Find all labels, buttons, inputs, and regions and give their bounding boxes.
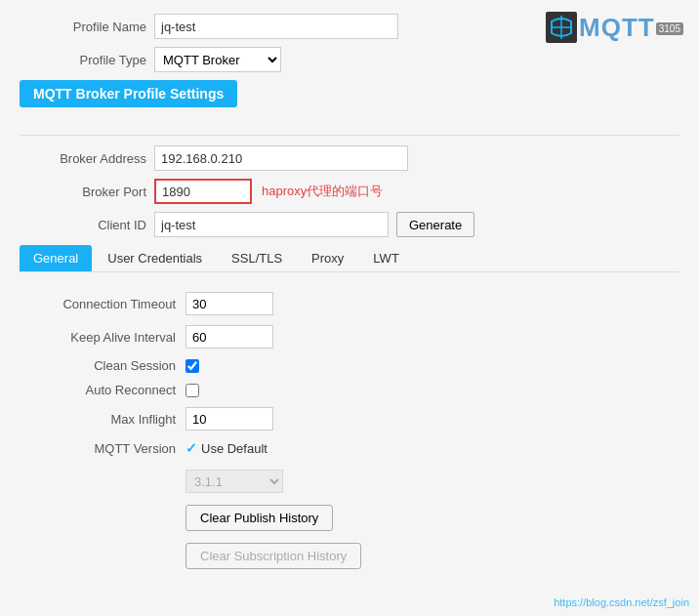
mqtt-version-row: MQTT Version ✓ Use Default [20, 440, 679, 456]
clear-subscription-button[interactable]: Clear Subscription History [185, 543, 361, 569]
connection-timeout-input[interactable] [185, 292, 273, 315]
client-id-row: Client ID Generate [20, 212, 679, 237]
general-settings: Connection Timeout Keep Alive Interval C… [20, 288, 679, 569]
mqtt-logo: MQTT 3105 [546, 12, 683, 43]
clear-publish-row: Clear Publish History [20, 503, 679, 531]
mqtt-version-controls: ✓ Use Default [185, 440, 267, 456]
clean-session-checkbox[interactable] [185, 359, 199, 373]
clean-session-row: Clean Session [20, 358, 679, 373]
keep-alive-label: Keep Alive Interval [20, 330, 176, 345]
profile-name-input[interactable] [154, 14, 398, 39]
auto-reconnect-label: Auto Reconnect [20, 383, 176, 397]
generate-button[interactable]: Generate [396, 212, 474, 237]
tab-general[interactable]: General [20, 245, 92, 271]
max-inflight-label: Max Inflight [20, 412, 176, 427]
client-id-input[interactable] [154, 212, 389, 237]
watermark: https://blog.csdn.net/zsf_join [554, 596, 689, 608]
mqtt-logo-text: MQTT [579, 13, 655, 43]
keep-alive-row: Keep Alive Interval [20, 325, 679, 349]
broker-address-label: Broker Address [20, 151, 146, 166]
tab-lwt[interactable]: LWT [359, 245, 412, 271]
mqtt-version-label: MQTT Version [20, 441, 176, 456]
profile-type-select[interactable]: MQTT Broker MQTT Client [154, 47, 281, 72]
mqtt-version-select[interactable]: 3.1.1 3.1 5.0 [185, 470, 283, 493]
max-inflight-input[interactable] [185, 407, 273, 431]
clear-subscription-row: Clear Subscription History [20, 541, 679, 569]
port-annotation: haproxy代理的端口号 [262, 183, 383, 200]
use-default-checkmark: ✓ [185, 440, 197, 456]
clear-publish-button[interactable]: Clear Publish History [185, 505, 333, 531]
tab-user-credentials[interactable]: User Credentials [94, 245, 216, 271]
connection-timeout-label: Connection Timeout [20, 297, 176, 311]
version-select-row: 3.1.1 3.1 5.0 [20, 466, 679, 493]
connection-timeout-row: Connection Timeout [20, 292, 679, 315]
tab-proxy[interactable]: Proxy [298, 245, 357, 271]
broker-address-input[interactable] [154, 145, 408, 171]
broker-port-input[interactable] [154, 179, 252, 204]
max-inflight-row: Max Inflight [20, 407, 679, 431]
profile-type-label: Profile Type [20, 53, 146, 67]
auto-reconnect-row: Auto Reconnect [20, 383, 679, 397]
profile-name-label: Profile Name [20, 20, 146, 34]
mqtt-logo-badge: 3105 [656, 22, 683, 35]
tab-ssl-tls[interactable]: SSL/TLS [218, 245, 296, 271]
client-id-label: Client ID [20, 218, 146, 232]
main-container: Profile Name Profile Type MQTT Broker MQ… [0, 0, 699, 616]
tabs-row: General User Credentials SSL/TLS Proxy L… [20, 245, 679, 272]
broker-address-row: Broker Address [20, 145, 679, 171]
profile-type-row: Profile Type MQTT Broker MQTT Client [20, 47, 679, 72]
section-header: MQTT Broker Profile Settings [20, 80, 237, 107]
auto-reconnect-checkbox[interactable] [185, 384, 199, 397]
broker-port-label: Broker Port [20, 185, 146, 199]
use-default-label: Use Default [201, 441, 267, 456]
broker-port-row: Broker Port haproxy代理的端口号 [20, 179, 679, 204]
clean-session-label: Clean Session [20, 358, 176, 373]
section-header-container: MQTT Broker Profile Settings [20, 80, 679, 121]
keep-alive-input[interactable] [185, 325, 273, 349]
